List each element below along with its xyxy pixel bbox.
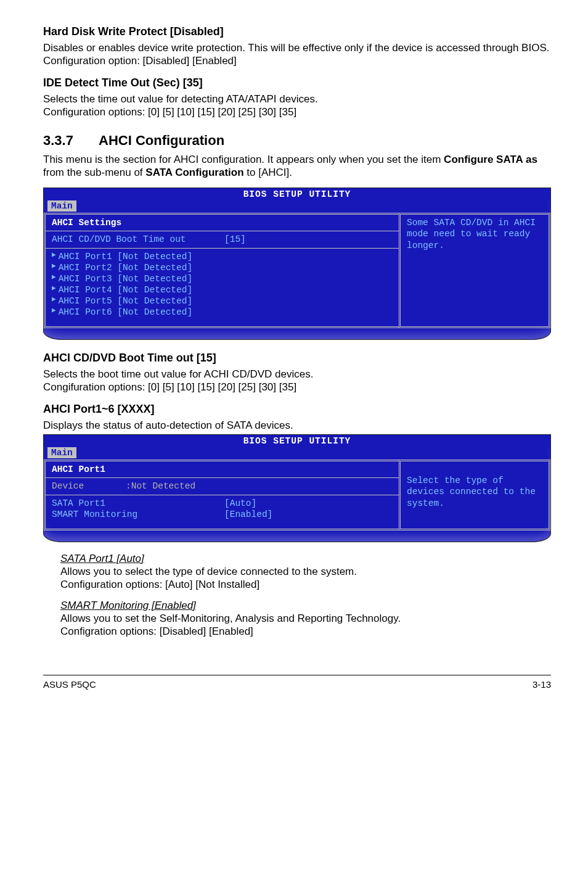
- divider: [46, 231, 399, 231]
- heading-ahci-config: 3.3.7AHCI Configuration: [43, 132, 551, 149]
- heading-boot-timeout: AHCI CD/DVD Boot Time out [15]: [43, 351, 551, 365]
- subheading-smart-monitoring: SMART Monitoring [Enabled]: [60, 599, 551, 612]
- bios-port-label: AHCI Port3 [Not Detected]: [59, 273, 193, 284]
- heading-ide: IDE Detect Time Out (Sec) [35]: [43, 76, 551, 90]
- bios-field-label: SATA Port1: [52, 498, 224, 509]
- text-fragment: to [AHCI].: [244, 167, 292, 178]
- divider: [46, 477, 399, 478]
- bios-field-label: SMART Monitoring: [52, 509, 224, 520]
- text-bold: SATA Configuration: [145, 167, 243, 178]
- text-bold: Configure SATA as: [444, 154, 537, 165]
- bios-title: BIOS SETUP UTILITY: [44, 188, 550, 200]
- body-text: Displays the status of auto-detection of…: [43, 419, 551, 432]
- body-text: Configration options: [Disabled] [Enable…: [60, 625, 551, 638]
- bios-row-boot-timeout[interactable]: AHCI CD/DVD Boot Time out [15]: [52, 234, 393, 245]
- bios-submenu-port2[interactable]: AHCI Port2 [Not Detected]: [52, 262, 393, 273]
- text-fragment: from the sub-menu of: [43, 167, 145, 178]
- bios-row-device: Device :Not Detected: [52, 481, 393, 492]
- bios-row-smart-monitoring[interactable]: SMART Monitoring [Enabled]: [52, 509, 393, 520]
- bios-field-value: [15]: [224, 234, 246, 245]
- subheading-sata-port1: SATA Port1 [Auto]: [60, 552, 551, 565]
- body-text: Allows you to set the Self-Monitoring, A…: [60, 612, 551, 625]
- page-footer: ASUS P5QC 3-13: [43, 675, 551, 691]
- body-text: This menu is the section for AHCI config…: [43, 153, 551, 179]
- bios-panel-header: AHCI Settings: [52, 217, 393, 228]
- bios-screenshot-ahci-settings: BIOS SETUP UTILITY Main AHCI Settings AH…: [43, 188, 551, 340]
- heading-ports: AHCI Port1~6 [XXXX]: [43, 402, 551, 416]
- bios-left-panel: AHCI Settings AHCI CD/DVD Boot Time out …: [44, 213, 399, 328]
- bios-submenu-port1[interactable]: AHCI Port1 [Not Detected]: [52, 251, 393, 262]
- bios-title: BIOS SETUP UTILITY: [44, 435, 550, 447]
- bios-tabs: Main: [44, 447, 550, 458]
- bios-field-value: [Auto]: [224, 498, 256, 509]
- bios-tabs: Main: [44, 200, 550, 212]
- bios-field-value: [Enabled]: [224, 509, 272, 520]
- body-text: Configuration options: [0] [5] [10] [15]…: [43, 105, 551, 118]
- body-text: Disables or enables device write protect…: [43, 41, 551, 54]
- section-title: AHCI Configuration: [99, 133, 224, 148]
- bios-help-panel: Select the type of devices connected to …: [399, 460, 550, 530]
- bios-help-panel: Some SATA CD/DVD in AHCI mode need to wa…: [399, 213, 550, 328]
- bios-port-label: AHCI Port4 [Not Detected]: [59, 284, 193, 295]
- bios-left-panel: AHCI Port1 Device :Not Detected SATA Por…: [44, 460, 399, 530]
- bios-submenu-port4[interactable]: AHCI Port4 [Not Detected]: [52, 284, 393, 295]
- bios-field-label: AHCI CD/DVD Boot Time out: [52, 234, 224, 245]
- bios-tab-main[interactable]: Main: [47, 447, 76, 458]
- bios-port-label: AHCI Port2 [Not Detected]: [59, 262, 193, 273]
- footer-product: ASUS P5QC: [43, 679, 96, 691]
- bios-tab-main[interactable]: Main: [47, 200, 76, 212]
- bios-port-label: AHCI Port5 [Not Detected]: [59, 295, 193, 307]
- bios-submenu-port5[interactable]: AHCI Port5 [Not Detected]: [52, 295, 393, 307]
- body-text: Selects the boot time out value for ACHI…: [43, 368, 551, 381]
- text-fragment: This menu is the section for AHCI config…: [43, 154, 444, 165]
- bios-row-sata-port[interactable]: SATA Port1 [Auto]: [52, 498, 393, 509]
- heading-hdwp: Hard Disk Write Protect [Disabled]: [43, 25, 551, 39]
- section-number: 3.3.7: [43, 132, 99, 149]
- divider: [46, 248, 399, 249]
- bios-panel-header: AHCI Port1: [52, 464, 393, 475]
- bios-field-label: Device: [52, 481, 126, 492]
- bios-port-label: AHCI Port1 [Not Detected]: [59, 251, 193, 262]
- body-text: Configuration options: [Auto] [Not Insta…: [60, 578, 551, 591]
- bios-submenu-port3[interactable]: AHCI Port3 [Not Detected]: [52, 273, 393, 284]
- body-text: Configuration option: [Disabled] [Enable…: [43, 54, 551, 67]
- divider: [46, 495, 399, 495]
- bios-port-label: AHCI Port6 [Not Detected]: [59, 307, 193, 318]
- body-text: Allows you to select the type of device …: [60, 565, 551, 578]
- bios-screenshot-ahci-port1: BIOS SETUP UTILITY Main AHCI Port1 Devic…: [43, 434, 551, 542]
- bios-submenu-port6[interactable]: AHCI Port6 [Not Detected]: [52, 307, 393, 318]
- bios-help-text: Some SATA CD/DVD in AHCI mode need to wa…: [407, 217, 542, 250]
- body-text: Selects the time out value for detecting…: [43, 93, 551, 105]
- body-text: Congifuration options: [0] [5] [10] [15]…: [43, 381, 551, 394]
- footer-page-number: 3-13: [533, 679, 551, 691]
- bios-field-value: :Not Detected: [126, 481, 195, 492]
- bios-help-text: Select the type of devices connected to …: [407, 475, 542, 508]
